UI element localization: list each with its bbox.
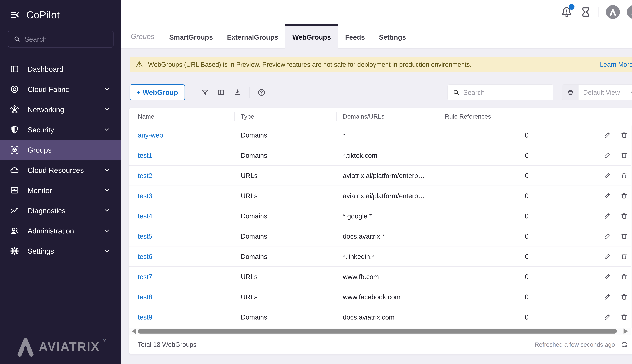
table-header: Name Type Domains/URLs Rule References xyxy=(129,108,632,125)
search-icon xyxy=(14,36,20,42)
tab-smartgroups[interactable]: SmartGroups xyxy=(162,24,220,49)
delete-trash-icon[interactable] xyxy=(620,172,628,179)
table-search[interactable] xyxy=(448,84,554,100)
gear-icon xyxy=(10,246,19,256)
edit-pencil-icon[interactable] xyxy=(604,212,611,220)
dashboard-icon xyxy=(10,64,19,74)
webgroup-rule-references: 0 xyxy=(438,172,540,180)
total-count: Total 18 WebGroups xyxy=(138,341,196,348)
table-row: any-web Domains * 0 xyxy=(129,125,632,145)
refresh-icon[interactable] xyxy=(620,341,628,348)
sidebar-item-cloud-fabric[interactable]: Cloud Fabric xyxy=(0,79,121,99)
webgroup-name-link[interactable]: test9 xyxy=(138,314,152,321)
webgroup-type: Domains xyxy=(234,212,336,220)
delete-trash-icon[interactable] xyxy=(620,132,628,139)
sidebar-item-networking[interactable]: Networking xyxy=(0,99,121,120)
vertical-scrollbar[interactable] xyxy=(631,126,632,328)
edit-pencil-icon[interactable] xyxy=(604,314,611,321)
edit-pencil-icon[interactable] xyxy=(604,273,611,280)
webgroup-name-link[interactable]: test8 xyxy=(138,293,152,301)
groups-icon xyxy=(10,145,19,154)
delete-trash-icon[interactable] xyxy=(620,314,628,321)
hourglass-icon[interactable] xyxy=(580,6,592,18)
app-title: CoPilot xyxy=(26,9,60,21)
webgroup-name-link[interactable]: test7 xyxy=(138,273,152,280)
horizontal-scrollbar-thumb[interactable] xyxy=(138,329,617,334)
webgroup-type: Domains xyxy=(234,152,336,159)
chevron-down-icon xyxy=(630,90,632,95)
edit-pencil-icon[interactable] xyxy=(604,192,611,200)
edit-pencil-icon[interactable] xyxy=(604,232,611,240)
download-icon[interactable] xyxy=(234,88,241,96)
learn-more-link[interactable]: Learn More xyxy=(600,61,632,68)
webgroup-name-link[interactable]: test2 xyxy=(138,172,152,179)
sidebar-search-input[interactable] xyxy=(24,35,108,43)
edit-pencil-icon[interactable] xyxy=(604,172,611,179)
table-row: test2 URLs aviatrix.ai/platform/enterp… … xyxy=(129,166,632,186)
webgroup-rule-references: 0 xyxy=(438,253,540,260)
edit-pencil-icon[interactable] xyxy=(604,293,611,300)
column-header-type[interactable]: Type xyxy=(234,113,336,120)
sidebar-item-security[interactable]: Security xyxy=(0,120,121,140)
user-avatar[interactable]: A xyxy=(627,5,632,19)
webgroup-name-link[interactable]: test3 xyxy=(138,192,152,200)
table-row: test8 URLs www.facebook.com 0 xyxy=(129,287,632,307)
sidebar-item-administration[interactable]: Administration xyxy=(0,221,121,241)
delete-trash-icon[interactable] xyxy=(620,293,628,300)
table-row: test9 Domains docs.aviatrix.com 0 xyxy=(129,307,632,327)
column-header-domains[interactable]: Domains/URLs xyxy=(336,113,438,120)
sidebar-item-dashboard[interactable]: Dashboard xyxy=(0,59,121,79)
column-divider xyxy=(234,112,235,121)
add-webgroup-button[interactable]: + WebGroup xyxy=(130,84,185,100)
sidebar-collapse-icon[interactable] xyxy=(10,10,21,20)
table-row: test5 Domains docs.avaitrix.* 0 xyxy=(129,226,632,246)
delete-trash-icon[interactable] xyxy=(620,152,628,159)
table-body: any-web Domains * 0 test1 Domains *.tikt… xyxy=(129,125,632,327)
sidebar-item-settings[interactable]: Settings xyxy=(0,241,121,261)
delete-trash-icon[interactable] xyxy=(620,273,628,280)
sidebar-item-cloud-resources[interactable]: Cloud Resources xyxy=(0,160,121,180)
column-header-name[interactable]: Name xyxy=(129,113,234,120)
view-select-value: Default View xyxy=(583,88,627,96)
sidebar-item-monitor[interactable]: Monitor xyxy=(0,180,121,200)
search-icon xyxy=(453,89,460,96)
horizontal-scrollbar[interactable] xyxy=(129,328,631,335)
webgroup-name-link[interactable]: any-web xyxy=(138,132,163,139)
scroll-left-arrow[interactable] xyxy=(132,328,136,334)
org-avatar[interactable] xyxy=(606,5,620,19)
webgroup-domains: www.facebook.com xyxy=(336,293,438,301)
webgroup-domains: *.google.* xyxy=(336,212,438,220)
edit-pencil-icon[interactable] xyxy=(604,152,611,159)
table-search-input[interactable] xyxy=(463,88,548,96)
delete-trash-icon[interactable] xyxy=(620,232,628,240)
topbar: A Groups SmartGroups ExternalGroups WebG… xyxy=(121,0,632,49)
webgroup-name-link[interactable]: test4 xyxy=(138,212,152,220)
sidebar-search[interactable] xyxy=(8,30,114,48)
tab-externalgroups[interactable]: ExternalGroups xyxy=(220,24,285,49)
aviatrix-logo: AVIATRIX ® xyxy=(0,336,121,357)
delete-trash-icon[interactable] xyxy=(620,253,628,260)
webgroup-name-link[interactable]: test6 xyxy=(138,253,152,260)
edit-pencil-icon[interactable] xyxy=(604,132,611,139)
webgroup-name-link[interactable]: test5 xyxy=(138,232,152,240)
webgroup-name-link[interactable]: test1 xyxy=(138,152,152,159)
view-select[interactable]: Default View xyxy=(562,84,632,100)
scroll-right-arrow[interactable] xyxy=(624,328,628,334)
notifications-bell-icon[interactable] xyxy=(560,6,573,18)
sidebar-item-groups[interactable]: Groups xyxy=(0,140,121,160)
tab-settings[interactable]: Settings xyxy=(372,24,413,49)
shield-icon xyxy=(10,125,19,134)
help-icon[interactable] xyxy=(257,88,266,96)
page-title: Groups xyxy=(130,32,162,40)
tab-feeds[interactable]: Feeds xyxy=(338,24,372,49)
filter-icon[interactable] xyxy=(201,88,209,96)
table-footer: Total 18 WebGroups Refreshed a few secon… xyxy=(129,335,632,354)
sidebar-item-diagnostics[interactable]: Diagnostics xyxy=(0,200,121,221)
delete-trash-icon[interactable] xyxy=(620,212,628,220)
edit-pencil-icon[interactable] xyxy=(604,253,611,260)
webgroup-type: Domains xyxy=(234,253,336,260)
columns-icon[interactable] xyxy=(217,88,225,96)
column-header-rule-references[interactable]: Rule References xyxy=(438,113,540,120)
tab-webgroups[interactable]: WebGroups xyxy=(285,24,338,49)
delete-trash-icon[interactable] xyxy=(620,192,628,200)
